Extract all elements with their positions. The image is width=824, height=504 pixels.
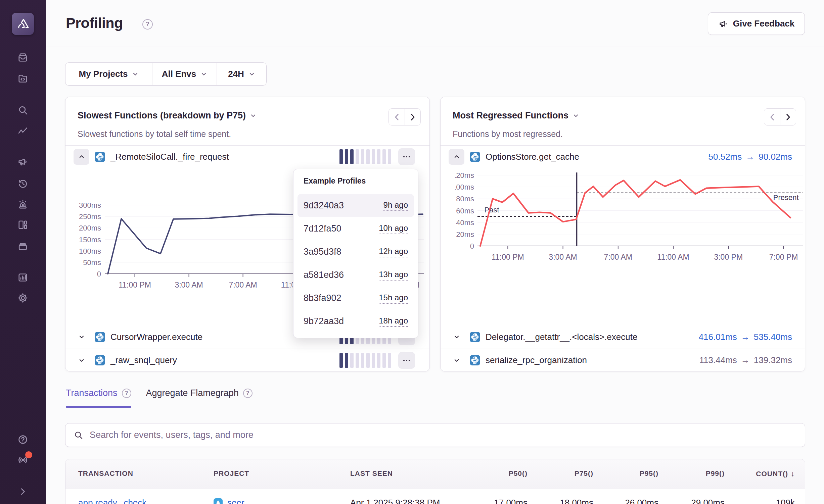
sidebar-item-stats[interactable] bbox=[16, 271, 29, 284]
function-row[interactable]: _raw_snql_query bbox=[65, 349, 429, 371]
sidebar-item-issues[interactable] bbox=[16, 51, 29, 64]
function-row[interactable]: OptionsStore.get_cache 50.52ms→90.02ms bbox=[441, 145, 805, 168]
sort-desc-icon: ↓ bbox=[791, 469, 795, 478]
regression-values[interactable]: 113.44ms→139.32ms bbox=[699, 355, 792, 365]
column-header-p75[interactable]: P75() bbox=[575, 469, 593, 477]
tab-transactions[interactable]: Transactions ? bbox=[66, 388, 131, 408]
sidebar-item-explore[interactable] bbox=[16, 104, 29, 116]
tab-help-icon[interactable]: ? bbox=[243, 389, 253, 398]
function-name[interactable]: serialize_rpc_organization bbox=[486, 355, 587, 365]
chevron-down-icon bbox=[132, 71, 139, 78]
widget-title-slowest-functions[interactable]: Slowest Functions (breakdown by P75) bbox=[78, 110, 257, 121]
search-bar bbox=[65, 423, 805, 447]
chevron-down-icon bbox=[200, 71, 207, 78]
profile-age[interactable]: 10h ago bbox=[379, 223, 408, 234]
sidebar bbox=[0, 0, 46, 504]
function-name[interactable]: Delegator.__getattr__.<locals>.execute bbox=[486, 332, 637, 342]
arrow-right-icon: → bbox=[741, 332, 750, 342]
sidebar-item-settings[interactable] bbox=[16, 292, 29, 304]
profile-id: 3a95d3f8 bbox=[304, 247, 341, 257]
example-profile-item[interactable]: 7d12fa50 10h ago bbox=[297, 217, 414, 240]
chevron-down-icon bbox=[78, 333, 85, 341]
project-link[interactable]: seer bbox=[227, 498, 244, 504]
chevron-up-icon bbox=[453, 153, 460, 160]
svg-text:Present: Present bbox=[773, 193, 799, 202]
seer-project-icon bbox=[214, 498, 223, 504]
environment-filter[interactable]: All Envs bbox=[152, 63, 217, 85]
svg-text:7:00 AM: 7:00 AM bbox=[229, 281, 257, 289]
profile-id: 7d12fa50 bbox=[304, 223, 341, 234]
column-header-p99[interactable]: P99() bbox=[706, 469, 725, 477]
function-row[interactable]: serialize_rpc_organization 113.44ms→139.… bbox=[441, 349, 805, 371]
function-name[interactable]: _raw_snql_query bbox=[110, 355, 177, 365]
expand-row-button[interactable] bbox=[74, 352, 89, 368]
widget-pager bbox=[764, 108, 796, 125]
sidebar-item-dashboards[interactable] bbox=[16, 218, 29, 231]
sidebar-item-alerts[interactable] bbox=[16, 198, 29, 210]
search-input[interactable] bbox=[90, 430, 797, 440]
chevron-right-icon bbox=[410, 113, 416, 121]
profile-age[interactable]: 18h ago bbox=[379, 316, 408, 327]
give-feedback-button[interactable]: Give Feedback bbox=[708, 12, 805, 35]
sidebar-item-help[interactable] bbox=[16, 433, 29, 446]
more-options-button[interactable] bbox=[398, 352, 415, 369]
most-regressed-widget: Most Regressed Functions Functions by mo… bbox=[440, 97, 805, 371]
project-filter[interactable]: My Projects bbox=[65, 63, 152, 85]
column-header-lastseen[interactable]: LAST SEEN bbox=[350, 469, 393, 477]
sidebar-item-whats-new[interactable] bbox=[16, 454, 29, 466]
notification-dot bbox=[25, 451, 32, 458]
sentry-logo[interactable] bbox=[12, 13, 34, 35]
widget-title-most-regressed[interactable]: Most Regressed Functions bbox=[453, 110, 579, 121]
expand-row-button[interactable] bbox=[449, 352, 464, 368]
svg-text:11:00 PM: 11:00 PM bbox=[119, 281, 151, 289]
transaction-link[interactable]: app.ready._check bbox=[78, 498, 146, 504]
svg-text:7:00 AM: 7:00 AM bbox=[604, 253, 632, 261]
profile-age[interactable]: 15h ago bbox=[379, 293, 408, 304]
function-row[interactable]: _RemoteSiloCall._fire_request bbox=[65, 145, 429, 168]
pager-next-button[interactable] bbox=[405, 109, 420, 125]
sidebar-item-feedback[interactable] bbox=[16, 155, 29, 168]
pager-next-button[interactable] bbox=[780, 109, 796, 125]
sidebar-item-performance[interactable] bbox=[16, 124, 29, 137]
tab-help-icon[interactable]: ? bbox=[122, 389, 131, 398]
pager-prev-button[interactable] bbox=[389, 109, 405, 125]
p50-value: 17.00ms bbox=[494, 498, 528, 504]
column-header-count[interactable]: COUNT()↓ bbox=[756, 469, 795, 478]
svg-text:120ms: 120ms bbox=[455, 171, 474, 180]
sidebar-item-projects[interactable] bbox=[16, 72, 29, 85]
svg-text:300ms: 300ms bbox=[79, 201, 101, 209]
example-profile-item[interactable]: 3a95d3f8 12h ago bbox=[297, 240, 414, 263]
profile-age[interactable]: 12h ago bbox=[379, 247, 408, 257]
function-name[interactable]: _RemoteSiloCall._fire_request bbox=[110, 152, 229, 162]
profile-age[interactable]: 9h ago bbox=[383, 200, 408, 211]
date-range-filter[interactable]: 24H bbox=[217, 63, 266, 85]
sidebar-item-collapse[interactable] bbox=[16, 485, 29, 498]
regression-values[interactable]: 50.52ms→90.02ms bbox=[708, 152, 792, 162]
collapse-row-button[interactable] bbox=[74, 149, 89, 165]
column-header-transaction[interactable]: TRANSACTION bbox=[78, 469, 133, 477]
column-header-project[interactable]: PROJECT bbox=[214, 469, 249, 477]
pager-prev-button[interactable] bbox=[764, 109, 780, 125]
before-value: 113.44ms bbox=[699, 355, 737, 365]
sidebar-item-releases[interactable] bbox=[16, 240, 29, 252]
example-profile-item[interactable]: 9b72aa3d 18h ago bbox=[297, 310, 414, 333]
function-name[interactable]: OptionsStore.get_cache bbox=[486, 152, 579, 162]
profiling-help-icon[interactable]: ? bbox=[142, 19, 153, 30]
expand-row-button[interactable] bbox=[449, 329, 464, 345]
function-row[interactable]: Delegator.__getattr__.<locals>.execute 4… bbox=[441, 325, 805, 349]
profile-id: 9b72aa3d bbox=[304, 316, 344, 326]
sidebar-item-replays[interactable] bbox=[16, 177, 29, 190]
profile-age[interactable]: 13h ago bbox=[379, 270, 408, 281]
example-profile-item[interactable]: 8b3fa902 15h ago bbox=[297, 287, 414, 310]
more-options-button[interactable] bbox=[398, 148, 415, 165]
regression-values[interactable]: 416.01ms→535.40ms bbox=[699, 332, 792, 342]
collapse-row-button[interactable] bbox=[449, 149, 464, 165]
column-header-p50[interactable]: P50() bbox=[509, 469, 528, 477]
function-name[interactable]: CursorWrapper.execute bbox=[110, 332, 202, 342]
tab-aggregate-flamegraph[interactable]: Aggregate Flamegraph ? bbox=[146, 388, 253, 408]
before-value: 416.01ms bbox=[699, 332, 737, 342]
example-profile-item[interactable]: a581ed36 13h ago bbox=[297, 263, 414, 287]
column-header-p95[interactable]: P95() bbox=[640, 469, 658, 477]
example-profile-item[interactable]: 9d3240a3 9h ago bbox=[297, 194, 414, 217]
expand-row-button[interactable] bbox=[74, 329, 89, 345]
